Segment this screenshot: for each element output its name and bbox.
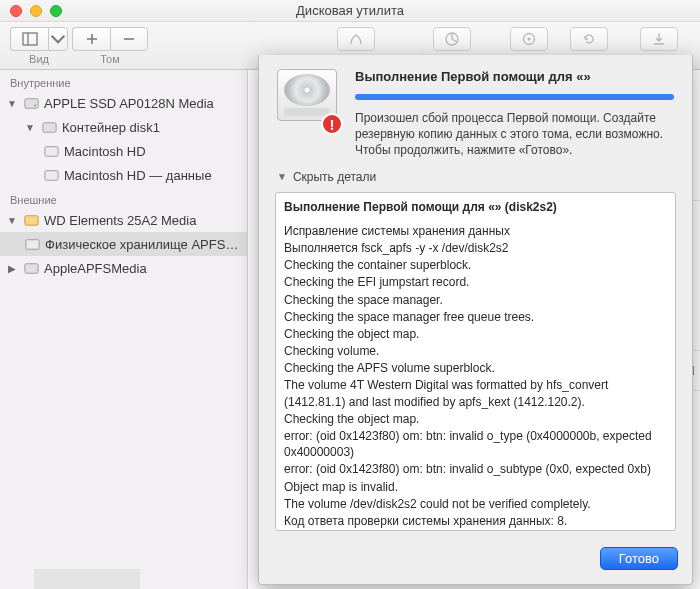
svg-point-6 [34, 104, 36, 106]
error-badge-icon: ! [321, 113, 343, 135]
disclosure-icon[interactable]: ▶ [6, 263, 18, 274]
volume-icon [24, 235, 41, 253]
disk-error-icon: ! [277, 69, 341, 133]
svg-rect-8 [44, 146, 57, 155]
disclosure-icon[interactable]: ▼ [24, 122, 36, 133]
first-aid-button[interactable] [337, 27, 375, 51]
window-title: Дисковая утилита [0, 3, 700, 18]
log-lines: Исправление системы хранения данныхВыпол… [284, 223, 667, 531]
svg-rect-10 [24, 215, 37, 224]
svg-rect-0 [23, 33, 37, 45]
toolbar-volume-label: Том [100, 53, 120, 65]
sidebar-group-external: Внешние [0, 187, 247, 208]
toolbar-view: Вид [10, 27, 68, 65]
sidebar-item-phys-store[interactable]: Физическое хранилище APFS disk [0, 232, 247, 256]
sidebar-item-disk0[interactable]: ▼ APPLE SSD AP0128N Media [0, 91, 247, 115]
sidebar-toggle-button[interactable] [10, 27, 48, 51]
toolbar-volume: Том [72, 27, 148, 65]
sidebar-item-macintosh-hd[interactable]: Macintosh HD [0, 139, 247, 163]
disclosure-icon[interactable]: ▼ [6, 215, 18, 226]
svg-rect-9 [44, 170, 57, 179]
sidebar-item-wd[interactable]: ▼ WD Elements 25A2 Media [0, 208, 247, 232]
sidebar-item-label: Macintosh HD [64, 144, 146, 159]
view-menu-button[interactable] [48, 27, 68, 51]
hdd-icon [22, 259, 40, 277]
chevron-down-icon: ▼ [277, 171, 287, 182]
disclosure-icon[interactable]: ▼ [6, 98, 18, 109]
svg-rect-12 [24, 263, 37, 272]
sidebar-item-label: Macintosh HD — данные [64, 168, 212, 183]
add-volume-button[interactable] [72, 27, 110, 51]
sidebar-item-label: WD Elements 25A2 Media [44, 213, 196, 228]
sidebar-item-apfsmedia[interactable]: ▶ AppleAPFSMedia [0, 256, 247, 280]
volume-icon [42, 166, 60, 184]
remove-volume-button[interactable] [110, 27, 148, 51]
first-aid-sheet: ! Выполнение Первой помощи для «» Произо… [258, 55, 693, 585]
sidebar-item-container[interactable]: ▼ Контейнер disk1 [0, 115, 247, 139]
partition-button[interactable] [433, 27, 471, 51]
sidebar: Внутренние ▼ APPLE SSD AP0128N Media ▼ К… [0, 70, 248, 589]
done-button[interactable]: Готово [600, 547, 678, 570]
svg-rect-7 [42, 122, 55, 131]
sheet-title: Выполнение Первой помощи для «» [355, 69, 674, 84]
hdd-icon [22, 94, 40, 112]
svg-rect-5 [24, 98, 37, 107]
svg-rect-11 [26, 239, 39, 248]
sidebar-group-internal: Внутренние [0, 70, 247, 91]
details-toggle-label: Скрыть детали [293, 170, 376, 184]
details-toggle[interactable]: ▼ Скрыть детали [259, 167, 692, 192]
erase-button[interactable] [510, 27, 548, 51]
sidebar-item-label: APPLE SSD AP0128N Media [44, 96, 214, 111]
window-shadow [34, 569, 140, 589]
sidebar-item-macintosh-hd-data[interactable]: Macintosh HD — данные [0, 163, 247, 187]
titlebar: Дисковая утилита [0, 0, 700, 22]
hdd-icon [40, 118, 58, 136]
log-title: Выполнение Первой помощи для «» (disk2s2… [284, 199, 667, 215]
sidebar-item-label: AppleAPFSMedia [44, 261, 147, 276]
external-hdd-icon [22, 211, 40, 229]
restore-button[interactable] [570, 27, 608, 51]
toolbar-view-label: Вид [29, 53, 49, 65]
sidebar-item-label: Физическое хранилище APFS disk [45, 237, 241, 252]
svg-point-4 [527, 37, 530, 40]
sidebar-item-label: Контейнер disk1 [62, 120, 160, 135]
sheet-message: Произошел сбой процесса Первой помощи. С… [355, 110, 674, 159]
volume-icon [42, 142, 60, 160]
progress-bar [355, 94, 674, 100]
log-output[interactable]: Выполнение Первой помощи для «» (disk2s2… [275, 192, 676, 531]
connect-button[interactable] [640, 27, 678, 51]
